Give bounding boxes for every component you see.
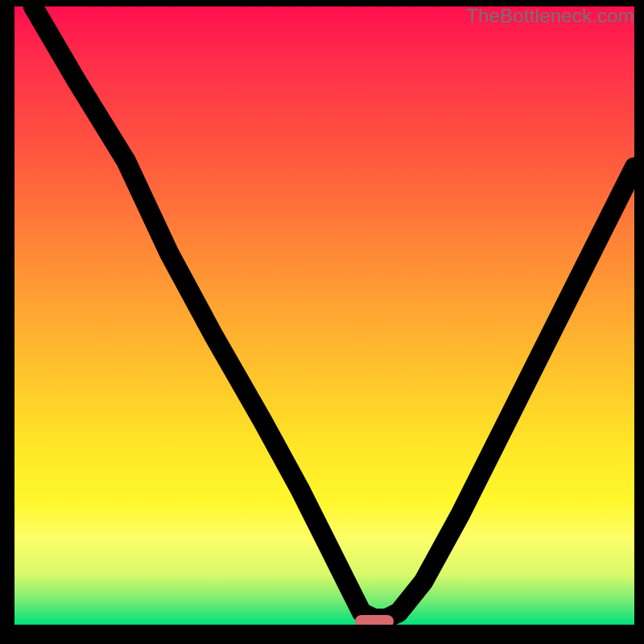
bottleneck-curve-line bbox=[33, 6, 634, 618]
watermark-text: TheBottleneck.com bbox=[466, 5, 634, 27]
curve-svg bbox=[14, 6, 634, 625]
plot-area bbox=[14, 6, 634, 625]
bottleneck-chart: TheBottleneck.com bbox=[0, 0, 644, 644]
optimal-point-marker bbox=[355, 615, 394, 625]
